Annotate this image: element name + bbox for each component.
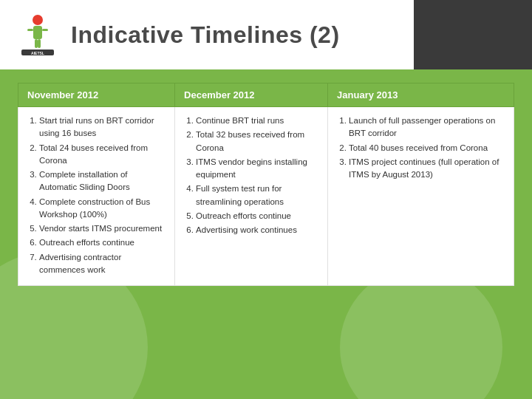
list-item: Outreach efforts continue: [39, 236, 166, 249]
list-item: Complete construction of Bus Workshop (1…: [39, 196, 166, 222]
list-item: Complete installation of Automatic Slidi…: [39, 168, 166, 194]
col-header-nov: November 2012: [18, 83, 175, 107]
svg-rect-4: [35, 39, 38, 48]
main-content: November 2012 December 2012 January 2013…: [0, 69, 532, 399]
list-item: Advertising work continues: [196, 224, 318, 236]
col-header-jan: January 2013: [328, 83, 514, 107]
list-item: Full system test run for streamlining op…: [196, 183, 318, 208]
svg-rect-5: [38, 39, 41, 48]
list-item: Outreach efforts continue: [196, 210, 318, 222]
list-item: Launch of full passenger operations on B…: [349, 115, 505, 140]
header: AIETSL Indicative Timelines (2): [0, 0, 532, 69]
cell-dec: Continue BRT trial runs Total 32 buses r…: [175, 107, 328, 286]
list-item: Advertising contractor commences work: [39, 251, 166, 277]
list-item: ITMS project continues (full operation o…: [349, 156, 505, 182]
page-title: Indicative Timelines (2): [71, 21, 340, 49]
slide-container: AIETSL Indicative Timelines (2) November…: [0, 0, 532, 399]
logo-area: AIETSL: [12, 9, 64, 61]
table-row: Start trial runs on BRT corridor using 1…: [18, 107, 514, 286]
list-item: Total 24 buses received from Corona: [39, 142, 166, 168]
timeline-table: November 2012 December 2012 January 2013…: [18, 83, 514, 286]
list-item: Continue BRT trial runs: [196, 115, 318, 127]
list-item: Start trial runs on BRT corridor using 1…: [39, 115, 166, 140]
svg-text:AIETSL: AIETSL: [31, 51, 44, 55]
col-header-dec: December 2012: [175, 83, 328, 107]
list-item: Vendor starts ITMS procurement: [39, 222, 166, 235]
header-deco: [414, 0, 532, 69]
cell-nov: Start trial runs on BRT corridor using 1…: [18, 107, 175, 286]
list-item: Total 32 buses received from Corona: [196, 129, 318, 154]
list-item: Total 40 buses received from Corona: [349, 142, 505, 154]
svg-rect-3: [42, 29, 48, 31]
list-item: ITMS vendor begins installing equipment: [196, 156, 318, 182]
cell-jan: Launch of full passenger operations on B…: [328, 107, 514, 286]
svg-rect-2: [27, 29, 33, 31]
svg-rect-1: [33, 26, 42, 39]
svg-point-0: [33, 15, 43, 25]
